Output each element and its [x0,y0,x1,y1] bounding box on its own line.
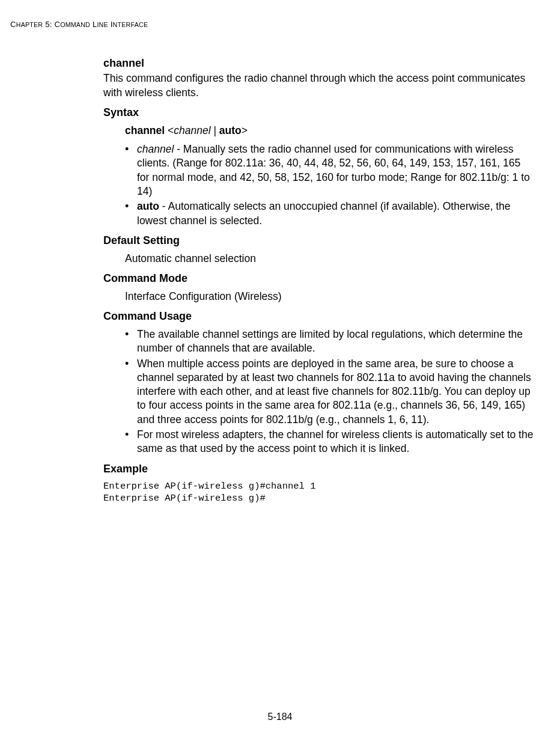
syntax-sep1: < [165,124,174,136]
syntax-bullet-channel-rest: - Manually sets the radio channel used f… [137,143,530,197]
example-heading: Example [103,462,534,477]
syntax-bullet-auto-lead: auto [137,200,159,212]
command-mode-heading: Command Mode [103,272,534,286]
default-setting-value: Automatic channel selection [125,252,534,266]
chapter-prefix-c: C [10,20,16,29]
syntax-bullet-auto: auto - Automatically selects an unoccupi… [125,200,534,228]
chapter-i: I [108,20,113,29]
syntax-bullet-channel: channel - Manually sets the radio channe… [125,142,534,198]
syntax-auto: auto [219,124,242,136]
command-description: This command configures the radio channe… [103,72,534,100]
syntax-sep2: | [211,124,219,136]
usage-bullet-3: For most wireless adapters, the channel … [125,428,534,456]
chapter-l: L [90,20,97,29]
page-number: 5-184 [0,710,560,723]
syntax-bullet-auto-rest: - Automatically selects an unoccupied ch… [137,200,511,226]
chapter-prefix-rest: HAPTER [16,21,43,28]
chapter-header: CHAPTER 5: COMMAND LINE INTERFACE [10,19,534,30]
syntax-line: channel <channel | auto> [125,124,534,138]
syntax-cmd: channel [125,124,165,136]
syntax-arg: channel [174,124,210,136]
chapter-i-rest: NTERFACE [113,21,148,28]
chapter-l-rest: INE [97,21,108,28]
usage-bullet-1: The available channel settings are limit… [125,328,534,356]
command-usage-bullets: The available channel settings are limit… [125,328,534,456]
syntax-heading: Syntax [103,106,534,120]
command-name: channel [103,56,534,71]
usage-bullet-2: When multiple access points are deployed… [125,357,534,427]
syntax-bullet-channel-lead: channel [137,143,174,155]
example-code: Enterprise AP(if-wireless g)#channel 1 E… [103,481,534,505]
page-content: channel This command configures the radi… [103,56,534,505]
syntax-bullets: channel - Manually sets the radio channe… [125,142,534,228]
default-setting-heading: Default Setting [103,234,534,248]
command-usage-heading: Command Usage [103,310,534,324]
chapter-num: 5: C [43,20,60,29]
chapter-title-cmd: OMMAND [60,21,90,28]
command-mode-value: Interface Configuration (Wireless) [125,290,534,303]
syntax-close: > [242,124,248,136]
